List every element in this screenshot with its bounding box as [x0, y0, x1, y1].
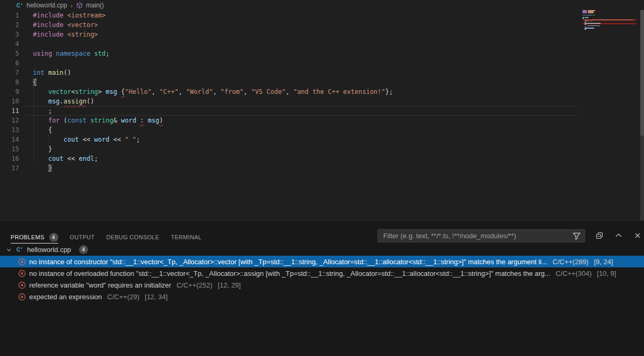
code-line-12[interactable]: 12 for (const string& word : msg)	[0, 116, 580, 125]
code-line-2[interactable]: 2#include <vector>	[0, 20, 580, 30]
code-line-4[interactable]: 4	[0, 39, 580, 49]
minimap-code-segment	[583, 15, 586, 16]
code-text: #include <string>	[19, 30, 98, 39]
breadcrumb-symbol[interactable]: main()	[76, 2, 104, 9]
code-token: <	[71, 88, 75, 95]
filter-input[interactable]	[382, 231, 572, 240]
code-token: };	[385, 88, 393, 95]
problem-row[interactable]: reference variable "word" requires an in…	[0, 279, 644, 291]
code-token: ;	[136, 136, 140, 143]
code-line-7[interactable]: 7int main()	[0, 68, 580, 77]
line-number[interactable]: 3	[0, 30, 19, 39]
code-token: <vector>	[67, 21, 98, 29]
code-token: cout	[48, 155, 64, 162]
code-token: #include	[33, 12, 64, 19]
code-token	[45, 69, 48, 76]
code-line-14[interactable]: 14 cout << word << " ";	[0, 135, 580, 144]
line-number[interactable]: 8	[0, 77, 19, 87]
minimap[interactable]	[580, 10, 640, 44]
code-token: :	[140, 117, 144, 124]
filter-icon[interactable]	[572, 231, 581, 241]
line-number[interactable]: 17	[0, 163, 19, 173]
minimap-code-segment	[585, 29, 586, 30]
code-token	[64, 31, 67, 38]
minimap-code-segment	[585, 23, 601, 24]
code-text: #include <iostream>	[19, 11, 105, 20]
line-number[interactable]: 7	[0, 68, 19, 77]
collapse-all-icon[interactable]	[595, 231, 604, 240]
line-number[interactable]: 15	[0, 144, 19, 154]
line-number[interactable]: 4	[0, 39, 19, 49]
maximize-panel-icon[interactable]	[614, 231, 623, 240]
tab-terminal[interactable]: TERMINAL	[171, 231, 201, 244]
tab-debug-console[interactable]: DEBUG CONSOLE	[107, 231, 160, 244]
code-line-15[interactable]: 15 }	[0, 144, 580, 154]
line-number[interactable]: 13	[0, 125, 19, 135]
line-number[interactable]: 1	[0, 11, 19, 20]
code-line-17[interactable]: 17 }	[0, 163, 580, 173]
code-token: const	[67, 117, 86, 124]
code-line-8[interactable]: 8{	[0, 77, 580, 87]
problem-source: C/C++(289)	[553, 258, 589, 266]
code-line-5[interactable]: 5using namespace std;	[0, 49, 580, 58]
breadcrumb-file[interactable]: C helloworld.cpp	[16, 2, 67, 10]
problem-row[interactable]: expected an expression C/C++(29) [12, 34…	[0, 291, 644, 302]
code-line-1[interactable]: 1#include <iostream>	[0, 11, 580, 20]
breadcrumb: C helloworld.cpp › main()	[0, 0, 104, 11]
code-line-16[interactable]: 16 cout << endl;	[0, 154, 580, 163]
file-problems-badge: 4	[79, 245, 88, 254]
line-number[interactable]: 16	[0, 154, 19, 163]
code-line-6[interactable]: 6	[0, 58, 580, 68]
code-token	[64, 21, 67, 29]
code-line-11[interactable]: 11 ;	[0, 106, 580, 116]
close-panel-icon[interactable]	[633, 231, 642, 240]
problems-filter[interactable]	[377, 229, 585, 242]
line-number[interactable]: 10	[0, 97, 19, 106]
scrollbar-slider[interactable]	[640, 10, 644, 136]
breadcrumb-file-label: helloworld.cpp	[27, 2, 67, 9]
problems-file-group[interactable]: C helloworld.cpp 4	[0, 244, 644, 256]
line-number[interactable]: 14	[0, 135, 19, 144]
code-line-10[interactable]: 10 msg.assign()	[0, 97, 580, 106]
code-line-3[interactable]: 3#include <string>	[0, 30, 580, 39]
chevron-down-icon	[5, 246, 13, 254]
code-token: msg	[148, 117, 160, 124]
line-number[interactable]: 6	[0, 58, 19, 68]
problem-row[interactable]: no instance of overloaded function "std:…	[0, 267, 644, 279]
code-token	[64, 12, 67, 19]
tab-output[interactable]: OUTPUT	[70, 231, 95, 244]
code-token: ,	[286, 88, 293, 95]
code-token: assign	[64, 98, 86, 105]
line-number[interactable]: 2	[0, 20, 19, 30]
code-token: ,	[243, 88, 251, 95]
code-text: }	[19, 163, 52, 173]
line-number[interactable]: 12	[0, 116, 19, 125]
code-text: ;	[19, 106, 52, 116]
cpp-file-icon: C	[16, 246, 24, 254]
problems-count-badge: 4	[49, 233, 58, 242]
minimap-code-segment	[591, 20, 633, 21]
line-number[interactable]: 11	[0, 106, 19, 116]
line-number[interactable]: 5	[0, 49, 19, 58]
file-name: helloworld.cpp	[27, 246, 71, 254]
problem-position: [12, 29]	[218, 281, 241, 289]
problem-position: [12, 34]	[145, 293, 167, 301]
editor-scrollbar[interactable]	[640, 0, 644, 220]
problem-source: C/C++(252)	[177, 281, 213, 289]
code-token: &	[113, 117, 121, 124]
line-number[interactable]: 9	[0, 87, 19, 97]
problem-row[interactable]: no instance of constructor "std::__1::ve…	[0, 256, 644, 267]
error-icon	[18, 293, 26, 301]
tab-problems[interactable]: PROBLEMS 4	[11, 231, 58, 244]
code-line-13[interactable]: 13 {	[0, 125, 580, 135]
code-token: ,	[152, 88, 159, 95]
problems-tree: C helloworld.cpp 4 no instance of constr…	[0, 244, 644, 302]
code-token: msg	[105, 88, 117, 95]
error-icon	[18, 258, 26, 266]
code-line-9[interactable]: 9 vector<string> msg {"Hello", "C++", "W…	[0, 87, 580, 97]
code-token: <<	[79, 136, 94, 143]
breadcrumb-symbol-label: main()	[86, 2, 104, 9]
code-token: for	[48, 117, 60, 124]
code-token: .	[60, 98, 64, 105]
code-editor[interactable]: 1#include <iostream>2#include <vector>3#…	[0, 11, 580, 173]
